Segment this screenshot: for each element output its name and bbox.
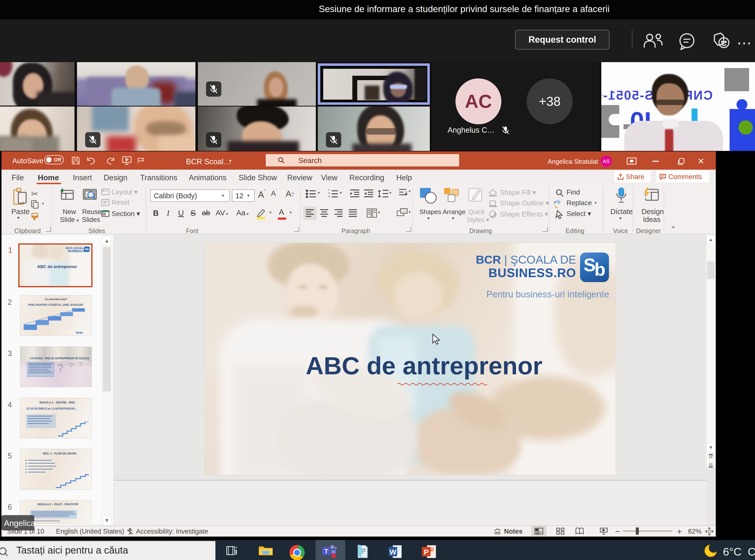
svg-text:T: T — [325, 548, 328, 555]
svg-text:P: P — [424, 548, 429, 556]
svg-text:b: b — [557, 199, 560, 205]
svg-text:W: W — [390, 548, 396, 556]
